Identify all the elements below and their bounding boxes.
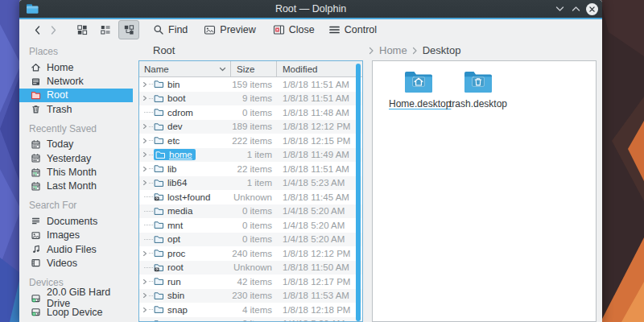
table-row[interactable]: proc240 items1/8/18 12:12 PM: [139, 246, 362, 261]
control-button[interactable]: Control: [328, 24, 377, 35]
folder-icon: [154, 122, 164, 131]
breadcrumb-desktop[interactable]: Desktop: [423, 44, 461, 56]
sidebar-item-last-month[interactable]: Last Month: [19, 180, 133, 193]
expander-icon[interactable]: [139, 95, 154, 101]
expander-icon[interactable]: [139, 81, 154, 88]
tree-line: [139, 211, 154, 212]
breadcrumb[interactable]: Root: [153, 44, 366, 56]
icons-view-button[interactable]: [72, 20, 93, 39]
column-name-label: Name: [144, 64, 169, 74]
table-row[interactable]: home1 item1/8/18 11:49 AM: [139, 148, 362, 163]
minimize-button[interactable]: [552, 0, 567, 18]
file-size: 9 items: [231, 93, 277, 103]
table-row[interactable]: sbin230 items1/8/18 11:53 AM: [139, 289, 362, 303]
forward-button[interactable]: [45, 25, 61, 35]
sidebar-item-images[interactable]: Images: [19, 229, 133, 242]
table-row[interactable]: lib641 item1/4/18 5:23 AM: [139, 176, 362, 191]
table-row[interactable]: boot9 items1/8/18 11:51 AM: [139, 92, 362, 106]
folder-icon: [154, 305, 164, 314]
file-name: proc: [167, 249, 185, 258]
expander-icon[interactable]: [139, 151, 154, 158]
file-modified: 1/8/18 12:17 PM: [277, 277, 350, 287]
details-view-button[interactable]: [95, 20, 116, 39]
table-row[interactable]: mnt0 items1/4/18 5:20 AM: [139, 218, 362, 233]
places-panel: PlacesHomeNetworkRootTrashRecently Saved…: [19, 40, 133, 322]
video-icon: [30, 258, 41, 268]
folder-icon: [154, 164, 164, 173]
expander-icon[interactable]: [139, 123, 154, 130]
column-header-name[interactable]: Name: [139, 61, 231, 76]
file-size: 159 items: [231, 80, 277, 89]
vertical-scrollbar[interactable]: [356, 64, 361, 321]
maximize-button[interactable]: [568, 0, 583, 18]
table-row[interactable]: 0 items1/4/18 5:20 AM: [139, 317, 362, 322]
sidebar-item-root[interactable]: Root: [19, 89, 133, 102]
expander-icon[interactable]: [139, 279, 154, 285]
table-row[interactable]: run42 items1/8/18 12:17 PM: [139, 275, 362, 289]
tree-view-button[interactable]: [118, 20, 139, 39]
expander-icon[interactable]: [139, 180, 154, 186]
preview-label: Preview: [220, 24, 255, 35]
find-button[interactable]: Find: [153, 24, 188, 35]
sidebar-item-documents[interactable]: Documents: [19, 214, 133, 228]
file-size: 240 items: [231, 249, 277, 258]
sidebar-item-network[interactable]: Network: [19, 74, 133, 88]
back-button[interactable]: [29, 25, 45, 35]
breadcrumb-home[interactable]: Home: [379, 44, 407, 56]
calendar-green-icon: [30, 167, 41, 178]
table-row[interactable]: opt0 items1/4/18 5:20 AM: [139, 233, 362, 247]
close-window-button[interactable]: [584, 0, 599, 18]
sidebar-item-home[interactable]: Home: [19, 60, 133, 74]
section-title: Search For: [19, 200, 133, 212]
sidebar-item-device[interactable]: [19, 319, 133, 322]
file-modified: 1/8/18 12:18 PM: [277, 305, 350, 315]
sidebar-item-yesterday[interactable]: Yesterday: [19, 151, 133, 165]
drive-icon: [30, 307, 41, 317]
sidebar-item-today[interactable]: Today: [19, 138, 133, 151]
expander-icon[interactable]: [139, 292, 154, 299]
expander-icon[interactable]: [139, 307, 154, 313]
tree-view-icon: [123, 24, 134, 35]
file-size: 0 items: [231, 319, 277, 322]
sidebar-item-label: Home: [47, 62, 73, 73]
titlebar[interactable]: Root — Dolphin: [19, 0, 602, 18]
expander-icon[interactable]: [139, 250, 154, 257]
calendar-icon: [30, 139, 41, 150]
table-row[interactable]: bin159 items1/8/18 11:51 AM: [139, 77, 362, 92]
desktop-item-home-desktop[interactable]: Home.desktop: [389, 68, 448, 109]
file-modified: 1/8/18 11:51 AM: [277, 93, 349, 103]
table-row[interactable]: lib22 items1/8/18 11:51 AM: [139, 162, 362, 176]
selected-file[interactable]: home: [154, 149, 196, 160]
icons-view-icon: [76, 24, 88, 35]
sidebar-item-videos[interactable]: Videos: [19, 256, 133, 270]
drive-icon: [30, 293, 41, 303]
trash-icon: [30, 104, 41, 114]
column-header-modified[interactable]: Modified: [277, 61, 362, 76]
column-header-size[interactable]: Size: [231, 61, 277, 76]
table-row[interactable]: lost+foundUnknown1/8/18 11:45 AM: [139, 190, 362, 204]
file-name: bin: [167, 80, 180, 89]
table-row[interactable]: media0 items1/4/18 5:20 AM: [139, 204, 362, 219]
sidebar-item-20-0-gib-hard-drive[interactable]: 20.0 GiB Hard Drive: [19, 291, 133, 305]
breadcrumb: Home Desktop: [369, 44, 602, 56]
home-icon: [30, 62, 41, 72]
table-row[interactable]: rootUnknown1/8/18 11:50 AM: [139, 261, 362, 275]
table-row[interactable]: dev189 items1/8/18 12:12 PM: [139, 120, 362, 134]
expander-icon[interactable]: [139, 138, 154, 144]
close-split-button[interactable]: Close: [273, 24, 315, 35]
places-section: Devices20.0 GiB Hard DriveLoop Device: [19, 277, 133, 322]
sidebar-item-trash[interactable]: Trash: [19, 102, 133, 116]
sidebar-item-this-month[interactable]: This Month: [19, 165, 133, 179]
table-row[interactable]: snap4 items1/8/18 12:18 PM: [139, 303, 362, 317]
expander-icon[interactable]: [139, 166, 154, 172]
file-size: Unknown: [231, 192, 277, 202]
desktop-item-trash-desktop[interactable]: trash.desktop: [448, 68, 508, 109]
table-header: Name Size Modified: [139, 61, 362, 77]
calendar-green-icon: [30, 181, 41, 192]
table-row[interactable]: cdrom0 items1/8/18 11:48 AM: [139, 105, 362, 120]
file-modified: 1/4/18 5:20 AM: [277, 319, 345, 322]
sidebar-item-label: Documents: [47, 216, 97, 227]
table-row[interactable]: etc222 items1/8/18 12:15 PM: [139, 134, 362, 148]
sidebar-item-audio-files[interactable]: Audio Files: [19, 242, 133, 256]
preview-button[interactable]: Preview: [204, 24, 255, 35]
